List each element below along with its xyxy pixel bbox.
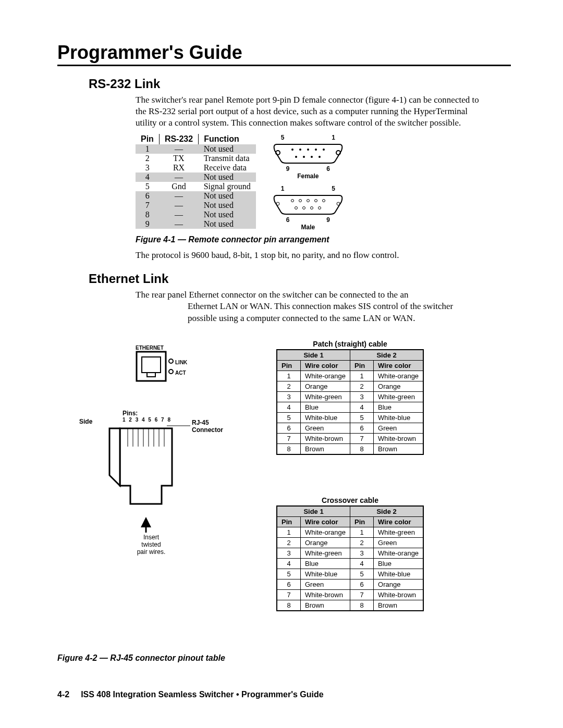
wire-row: 4Blue4Blue xyxy=(277,558,423,569)
ethernet-port-diagram: ETHERNET LINK ACT xyxy=(136,345,182,383)
svg-point-16 xyxy=(314,200,317,202)
rs232-row: 6—Not used xyxy=(136,191,256,201)
svg-point-12 xyxy=(337,202,340,205)
wire-row: 6Green6Orange xyxy=(277,579,423,589)
patch-pin1-hdr: Pin xyxy=(277,360,301,371)
footer-title: ISS 408 Integration Seamless Switcher • … xyxy=(81,690,324,699)
svg-point-13 xyxy=(291,200,293,202)
svg-point-6 xyxy=(323,149,325,151)
rs232-row: 5GndSignal ground xyxy=(136,182,256,191)
wire-row: 7White-brown7White-brown xyxy=(277,433,423,443)
svg-point-17 xyxy=(322,200,325,202)
wire-row: 5White-blue5White-blue xyxy=(277,412,423,423)
svg-point-10 xyxy=(319,156,321,158)
col-function: Function xyxy=(199,134,256,144)
patch-cable-table: Patch (straight) cable Side 1 Side 2 Pin… xyxy=(276,340,424,455)
insert-label1: Insert xyxy=(136,534,167,541)
wire-row: 6Green6Green xyxy=(277,423,423,433)
svg-rect-23 xyxy=(142,357,161,373)
patch-wc1-hdr: Wire color xyxy=(301,360,350,371)
patch-side1: Side 1 xyxy=(277,350,350,361)
female-pin1: 1 xyxy=(332,134,335,141)
col-pin: Pin xyxy=(136,134,159,144)
svg-point-25 xyxy=(169,359,173,363)
wire-row: 7White-brown7White-brown xyxy=(277,589,423,600)
rj45-conn-label2: Connector xyxy=(192,426,223,434)
svg-point-2 xyxy=(291,149,293,151)
female-label: Female xyxy=(272,172,345,180)
female-pin6: 6 xyxy=(326,165,330,172)
svg-point-26 xyxy=(169,369,173,374)
rj45-connector-diagram: Side Pins: 1 2 3 4 5 6 7 8 RJ-45 Connect… xyxy=(78,408,266,545)
cross-side1: Side 1 xyxy=(277,506,350,517)
patch-side2: Side 2 xyxy=(350,350,424,361)
figure-4-1-caption: Figure 4-1 — Remote connector pin arrang… xyxy=(136,235,511,244)
db9-male-icon xyxy=(272,192,345,216)
db9-female-icon xyxy=(272,141,345,165)
rs232-row: 1—Not used xyxy=(136,144,256,154)
ethernet-intro-line2: Ethernet LAN or WAN. This connection mak… xyxy=(188,301,480,324)
cross-pin2-hdr: Pin xyxy=(350,516,374,527)
svg-marker-35 xyxy=(141,517,151,527)
svg-point-3 xyxy=(299,149,301,151)
svg-point-4 xyxy=(307,149,309,151)
rs232-row: 9—Not used xyxy=(136,219,256,229)
rs232-row: 3RXReceive data xyxy=(136,163,256,172)
ethernet-port-label: ETHERNET xyxy=(136,345,182,351)
figure-4-2-caption: Figure 4-2 — RJ-45 connector pinout tabl… xyxy=(57,653,225,663)
rj45-pins-label: Pins: xyxy=(123,410,138,417)
patch-caption: Patch (straight) cable xyxy=(276,340,424,349)
svg-rect-24 xyxy=(147,373,155,377)
rs232-row: 4—Not used xyxy=(136,172,256,182)
svg-point-9 xyxy=(311,156,313,158)
male-pin9: 9 xyxy=(326,216,330,224)
page-number: 4-2 xyxy=(57,690,69,699)
svg-point-19 xyxy=(302,207,305,209)
cross-side2: Side 2 xyxy=(350,506,424,517)
rj45-side-label: Side xyxy=(79,418,92,425)
wire-row: 8Brown8Brown xyxy=(277,443,423,454)
wire-row: 1White-orange1White-orange xyxy=(277,371,423,381)
rj45-pin-numbers: 1 2 3 4 5 6 7 8 xyxy=(123,417,172,423)
male-label: Male xyxy=(272,224,345,231)
wire-row: 5White-blue5White-blue xyxy=(277,569,423,579)
wire-row: 2Orange2Orange xyxy=(277,381,423,391)
rs232-pin-table: Pin RS-232 Function 1—Not used2TXTransmi… xyxy=(136,134,256,229)
male-pin6: 6 xyxy=(286,216,290,224)
col-rs232: RS-232 xyxy=(159,134,198,144)
female-pin5: 5 xyxy=(281,134,285,141)
svg-point-14 xyxy=(299,200,301,202)
cross-wc2-hdr: Wire color xyxy=(374,516,424,527)
svg-point-5 xyxy=(315,149,317,151)
rs232-row: 7—Not used xyxy=(136,201,256,210)
female-pin9: 9 xyxy=(286,165,290,172)
page-footer: 4-2 ISS 408 Integration Seamless Switche… xyxy=(57,690,324,699)
section-rs232-title: RS-232 Link xyxy=(89,77,511,91)
wire-row: 8Brown8Brown xyxy=(277,600,423,611)
wire-row: 4Blue4Blue xyxy=(277,402,423,412)
crossover-cable-table: Crossover cable Side 1 Side 2 Pin Wire c… xyxy=(276,496,424,611)
rs232-intro: The switcher's rear panel Remote port 9-… xyxy=(136,94,490,129)
patch-wc2-hdr: Wire color xyxy=(374,360,424,371)
act-led-label: ACT xyxy=(175,370,186,376)
svg-point-20 xyxy=(310,207,313,209)
cross-pin1-hdr: Pin xyxy=(277,516,301,527)
rs232-protocol: The protocol is 9600 baud, 8-bit, 1 stop… xyxy=(136,250,490,261)
svg-point-8 xyxy=(303,156,305,158)
insert-label3: pair wires. xyxy=(136,548,167,556)
svg-point-15 xyxy=(307,200,309,202)
cross-wc1-hdr: Wire color xyxy=(301,516,350,527)
rs232-row: 8—Not used xyxy=(136,210,256,219)
wire-row: 1White-orange1White-green xyxy=(277,527,423,537)
section-ethernet-title: Ethernet Link xyxy=(89,272,511,286)
svg-point-11 xyxy=(276,202,279,205)
wire-row: 3White-green3White-orange xyxy=(277,548,423,558)
ethernet-intro-line1: The rear panel Ethernet connector on the… xyxy=(136,289,490,301)
db9-connectors: 5 1 9 6 Female 1 5 xyxy=(272,134,345,231)
wire-row: 3White-green3White-green xyxy=(277,391,423,402)
svg-point-7 xyxy=(295,156,297,158)
svg-point-18 xyxy=(295,207,297,209)
cross-caption: Crossover cable xyxy=(276,496,424,505)
rj45-conn-label1: RJ-45 xyxy=(192,419,209,426)
page-title: Programmer's Guide xyxy=(57,42,511,66)
